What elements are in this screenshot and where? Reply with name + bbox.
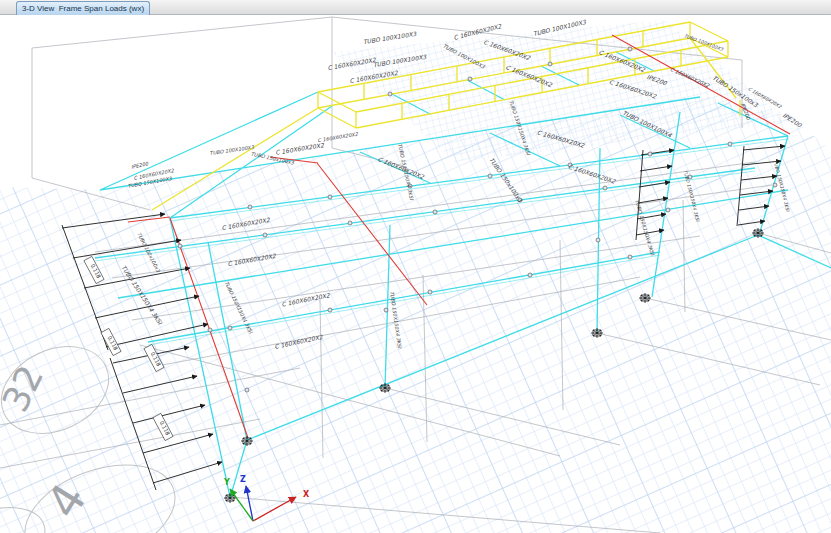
member-label: C 160X60X20X2 <box>317 131 359 143</box>
joint-node[interactable] <box>328 308 332 312</box>
member-label: TUBO 100X100X3 <box>209 144 255 156</box>
joint-node[interactable] <box>428 290 432 294</box>
member-label: IPE200 <box>131 160 150 170</box>
joint-node[interactable] <box>384 308 388 312</box>
member-label: TUBO 100X100X3 <box>363 30 418 45</box>
joint-node[interactable] <box>245 388 249 392</box>
axis-label-z: Z <box>240 475 246 484</box>
view-tab[interactable]: 3-D View Frame Span Loads (wx) <box>16 1 150 15</box>
view-tab-title: 3-D View Frame Span Loads (wx) <box>22 3 144 14</box>
joint-node[interactable] <box>728 142 732 146</box>
view-tab-bar: 3-D View Frame Span Loads (wx) <box>0 0 831 15</box>
joint-node[interactable] <box>263 233 267 237</box>
joint-node[interactable] <box>208 328 212 332</box>
joint-node[interactable] <box>628 255 632 259</box>
joint-node[interactable] <box>328 195 332 199</box>
joint-node[interactable] <box>433 210 437 214</box>
joint-node[interactable] <box>628 47 632 51</box>
joint-node[interactable] <box>178 244 182 248</box>
axis-label-y: Y <box>223 478 230 487</box>
joint-node[interactable] <box>388 92 392 96</box>
joint-node[interactable] <box>228 326 232 330</box>
app-window: TUBO 100X100X3C 160X60X20X2TUBO 100X100X… <box>0 0 831 533</box>
joint-node[interactable] <box>528 273 532 277</box>
joint-node[interactable] <box>773 183 777 187</box>
joint-node[interactable] <box>603 186 607 190</box>
joint-node[interactable] <box>596 238 600 242</box>
axis-label-x: X <box>303 490 310 499</box>
member-label: C 160X60X20X2 <box>275 141 326 156</box>
joint-node[interactable] <box>468 77 472 81</box>
joint-node[interactable] <box>666 208 670 212</box>
joint-node[interactable] <box>248 205 252 209</box>
viewport-3d[interactable]: TUBO 100X100X3C 160X60X20X2TUBO 100X100X… <box>0 0 831 533</box>
joint-node[interactable] <box>488 174 492 178</box>
joint-node[interactable] <box>348 221 352 225</box>
joint-node[interactable] <box>548 62 552 66</box>
joint-node[interactable] <box>648 152 652 156</box>
